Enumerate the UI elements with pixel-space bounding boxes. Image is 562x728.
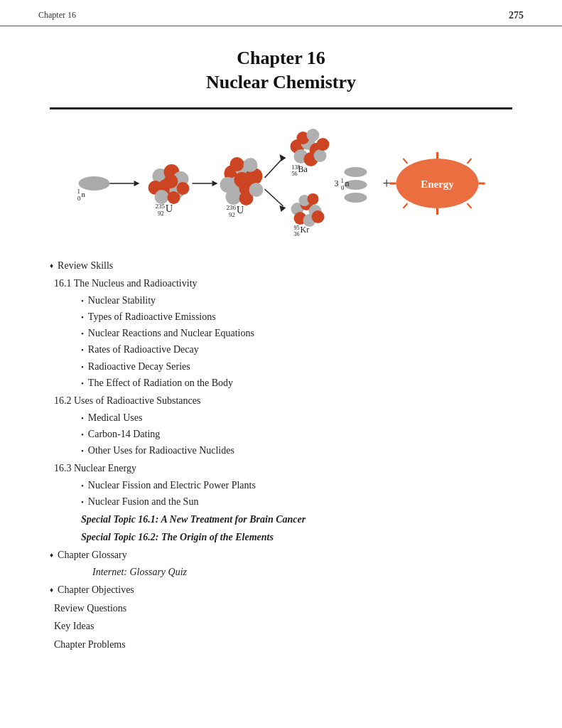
svg-point-38	[308, 193, 319, 205]
ray-br	[468, 203, 472, 208]
key-ideas-label: Key Ideas	[54, 621, 94, 631]
item-label: Rates of Radioactive Decay	[88, 341, 199, 358]
toc-special-topic-1: Special Topic 16.1: A New Treatment for …	[50, 511, 512, 528]
toc-16-1: 16.1 The Nucleus and Radioactivity •Nucl…	[50, 275, 512, 390]
svg-point-30	[317, 138, 330, 151]
bullet-icon: •	[81, 294, 84, 307]
product-neutron-3	[345, 193, 367, 203]
section-16-2-label: 16.2 Uses of Radioactive Substances	[54, 395, 200, 406]
review-skills-label: Review Skills	[58, 257, 113, 274]
list-item: •Other Uses for Radioactive Nuclides	[81, 442, 512, 459]
list-item: •Nuclear Stability	[81, 292, 512, 309]
svg-point-20	[230, 157, 244, 171]
bullet-icon: •	[81, 479, 84, 492]
plus-sign: +	[383, 176, 391, 191]
ray-bl	[404, 203, 408, 208]
toc-review-questions: Review Questions	[50, 600, 512, 617]
item-label: Radioactive Decay Series	[88, 358, 190, 375]
bullet-icon: •	[81, 327, 84, 340]
diamond-icon-glossary: ♦	[50, 549, 53, 561]
section-16-1-label: 16.1 The Nucleus and Radioactivity	[54, 278, 198, 289]
bullet-icon: •	[81, 428, 84, 441]
u235-label: 23592U	[156, 203, 173, 217]
arrow-lower-split	[265, 189, 283, 206]
toc-key-ideas: Key Ideas	[50, 618, 512, 635]
toc-chapter-glossary: ♦ Chapter Glossary Internet: Glossary Qu…	[50, 547, 512, 580]
list-item: •Rates of Radioactive Decay	[81, 341, 512, 358]
list-item: •Nuclear Fusion and the Sun	[81, 493, 512, 510]
toc-16-3: 16.3 Nuclear Energy •Nuclear Fission and…	[50, 460, 512, 510]
section-16-2-list: •Medical Uses •Carbon-14 Dating •Other U…	[81, 410, 512, 459]
toc-16-2: 16.2 Uses of Radioactive Substances •Med…	[50, 392, 512, 459]
bullet-icon: •	[81, 360, 84, 373]
fission-diagram-svg: 10n 23592U	[50, 121, 512, 242]
list-item: •Nuclear Fission and Electric Power Plan…	[81, 477, 512, 493]
list-item: •Nuclear Reactions and Nuclear Equations	[81, 325, 512, 341]
svg-point-16	[234, 172, 250, 188]
arrowhead-2	[212, 181, 218, 186]
neutron-left	[79, 176, 110, 191]
arrow-upper-split	[265, 158, 283, 178]
toc-special-topic-2: Special Topic 16.2: The Origin of the El…	[50, 529, 512, 545]
item-label: Carbon-14 Dating	[88, 426, 160, 442]
svg-point-27	[314, 149, 327, 162]
list-item: •Medical Uses	[81, 410, 512, 426]
item-label: The Effect of Radiation on the Body	[88, 375, 233, 391]
item-label: Nuclear Stability	[88, 292, 156, 309]
energy-label: Energy	[421, 178, 454, 190]
bullet-icon: •	[81, 343, 84, 356]
title-divider	[50, 107, 512, 109]
item-label: Types of Radioactive Emissions	[88, 309, 216, 325]
arrowhead-1	[134, 181, 140, 186]
fission-diagram: 10n 23592U	[50, 121, 512, 242]
svg-point-19	[249, 183, 264, 197]
svg-point-6	[164, 174, 178, 188]
page-header: Chapter 16 275	[0, 0, 562, 26]
svg-point-7	[155, 190, 169, 204]
svg-point-17	[226, 189, 242, 205]
u236-label: 23692U	[227, 204, 244, 218]
bullet-icon: •	[81, 496, 84, 508]
ba138-label: 13856Ba	[292, 164, 308, 176]
chapter-label: Chapter 16	[38, 10, 76, 21]
svg-point-29	[307, 129, 320, 141]
neutrons-label: 3 10n	[335, 177, 350, 191]
svg-point-8	[168, 191, 180, 204]
diamond-icon-objectives: ♦	[50, 584, 53, 596]
section-16-3-list: •Nuclear Fission and Electric Power Plan…	[81, 477, 512, 510]
product-neutron-1	[345, 167, 367, 177]
chapter-objectives-label: Chapter Objectives	[58, 582, 134, 599]
bullet-icon: •	[81, 377, 84, 390]
review-questions-label: Review Questions	[54, 603, 126, 614]
section-16-3-label: 16.3 Nuclear Energy	[54, 463, 136, 473]
item-label: Other Uses for Radioactive Nuclides	[88, 442, 234, 459]
svg-point-9	[177, 182, 190, 195]
svg-point-36	[312, 210, 325, 223]
kr95-nucleus	[291, 193, 325, 227]
ray-tl	[404, 159, 408, 164]
section-16-1-list: •Nuclear Stability •Types of Radioactive…	[81, 292, 512, 391]
chapter-glossary-label: Chapter Glossary	[58, 547, 127, 564]
u236-nucleus	[220, 157, 264, 205]
toc-chapter-objectives: ♦ Chapter Objectives	[50, 582, 512, 599]
kr95-label: 9536Kr	[294, 224, 310, 237]
toc-review-skills: ♦ Review Skills	[50, 257, 512, 274]
special-topic-1-label: Special Topic 16.1: A New Treatment for …	[81, 511, 512, 528]
internet-glossary-label: Internet: Glossary Quiz	[92, 564, 512, 580]
svg-point-21	[244, 158, 258, 172]
diamond-icon-review: ♦	[50, 259, 53, 272]
list-item: •Carbon-14 Dating	[81, 426, 512, 442]
main-content: Chapter 16 Nuclear Chemistry 10n	[0, 26, 562, 683]
item-label: Nuclear Reactions and Nuclear Equations	[88, 325, 254, 341]
list-item: •Radioactive Decay Series	[81, 358, 512, 375]
table-of-contents: ♦ Review Skills 16.1 The Nucleus and Rad…	[50, 257, 512, 653]
item-label: Nuclear Fission and Electric Power Plant…	[88, 477, 256, 493]
list-item: •The Effect of Radiation on the Body	[81, 375, 512, 391]
ray-tr	[468, 159, 472, 164]
ba138-nucleus	[291, 129, 330, 166]
page-number: 275	[509, 10, 524, 21]
bullet-icon: •	[81, 412, 84, 424]
neutron-left-label: 10n	[77, 188, 86, 202]
bullet-icon: •	[81, 444, 84, 457]
item-label: Nuclear Fusion and the Sun	[88, 493, 199, 510]
